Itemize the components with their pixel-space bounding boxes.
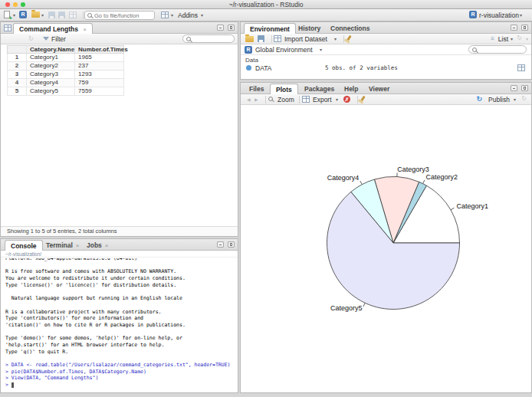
zoom-button[interactable]: Zoom <box>277 96 294 103</box>
import-dataset-button[interactable]: Import Dataset <box>284 35 327 43</box>
tab-label: Connections <box>330 25 369 32</box>
remove-plot-icon[interactable]: ✗ <box>343 96 350 103</box>
table-row[interactable]: 1 Category1 1965 <box>7 54 124 62</box>
minimize-pane-icon[interactable] <box>217 241 224 248</box>
row-number: 2 <box>8 62 27 70</box>
table-row[interactable]: 5 Category5 7559 <box>7 87 124 96</box>
plots-pane: Files Plots Packages Help Viewer ◀ ▶ Zoo… <box>240 82 532 393</box>
table-row[interactable]: 3 Category3 1293 <box>7 71 124 79</box>
caret-down-icon[interactable]: ▾ <box>334 36 337 41</box>
clear-plots-icon[interactable] <box>360 96 365 101</box>
cell-number-of-times: 759 <box>75 79 123 87</box>
table-search-box[interactable] <box>182 34 235 43</box>
clear-objects-icon[interactable] <box>346 35 351 41</box>
tab-packages[interactable]: Packages <box>299 84 340 94</box>
console-output[interactable]: Platform: x86_64-apple-darwin15.6.0 (64-… <box>5 258 236 389</box>
minimize-pane-icon[interactable] <box>217 25 224 31</box>
minimize-pane-icon[interactable] <box>511 25 517 31</box>
forward-icon[interactable]: ▶ <box>255 97 258 102</box>
publish-button[interactable]: Publish <box>488 96 510 103</box>
pane-layout-icon[interactable] <box>161 11 169 18</box>
addins-menu[interactable]: Addins <box>178 11 198 19</box>
tab-label: Console <box>11 242 37 250</box>
refresh-icon[interactable]: ↻ <box>517 34 522 41</box>
close-icon[interactable]: × <box>105 242 109 249</box>
caret-down-icon[interactable]: ▾ <box>511 36 513 41</box>
column-header-category-name[interactable]: Category.Name↕ <box>27 46 75 53</box>
caret-down-icon[interactable]: ▾ <box>201 12 203 18</box>
column-header-number-of-times[interactable]: Number.of.Times↕ <box>75 46 123 53</box>
import-dataset-icon <box>274 35 281 42</box>
caret-down-icon[interactable]: ▾ <box>320 47 322 52</box>
filter-button[interactable]: Filter <box>51 35 66 43</box>
plot-area: Category1Category2Category3Category4Cate… <box>241 105 531 392</box>
tab-jobs[interactable]: Jobs× <box>81 240 114 251</box>
list-view-button[interactable]: List <box>498 35 508 43</box>
filter-icon[interactable] <box>43 37 49 41</box>
goto-file-box[interactable] <box>84 11 155 20</box>
open-file-icon[interactable] <box>31 11 40 18</box>
close-icon[interactable]: × <box>76 242 80 249</box>
load-workspace-icon[interactable] <box>245 36 254 42</box>
caret-down-icon[interactable]: ▾ <box>13 12 15 18</box>
environment-object-row[interactable]: DATA 5 obs. of 2 variables <box>241 64 531 73</box>
scope-selector[interactable]: Global Environment <box>255 46 313 54</box>
caret-down-icon[interactable]: ▾ <box>520 12 522 18</box>
refresh-plot-icon[interactable]: ↻ <box>521 95 527 102</box>
maximize-pane-icon[interactable] <box>228 25 235 31</box>
minimize-pane-icon[interactable] <box>511 85 517 91</box>
tab-terminal[interactable]: Terminal× <box>41 240 84 251</box>
console-line <box>5 288 236 295</box>
working-directory[interactable]: ~/r-visualization/ <box>1 251 238 258</box>
tab-plots[interactable]: Plots <box>270 84 298 94</box>
table-row[interactable]: 4 Category4 759 <box>7 79 124 87</box>
new-project-icon[interactable]: R <box>19 11 27 18</box>
console-prompt-line[interactable]: > <box>5 382 236 389</box>
save-icon[interactable] <box>48 11 55 18</box>
tab-help[interactable]: Help <box>339 84 363 94</box>
maximize-pane-icon[interactable] <box>228 241 235 248</box>
table-row[interactable]: 2 Category2 237 <box>7 62 124 71</box>
pie-chart: Category1Category2Category3Category4Cate… <box>241 105 531 393</box>
caret-down-icon[interactable]: ▾ <box>336 97 338 102</box>
view-data-icon[interactable] <box>517 64 525 71</box>
r-environment-icon: R <box>245 46 252 54</box>
export-button[interactable]: Export <box>313 96 332 103</box>
tab-label: Viewer <box>369 85 389 93</box>
pane-buttons <box>509 85 528 93</box>
pie-label-tick <box>423 180 425 184</box>
maximize-pane-icon[interactable] <box>521 25 528 31</box>
new-file-icon[interactable] <box>4 11 10 18</box>
tab-command-lengths[interactable]: Command Lengths × <box>13 23 93 34</box>
console-tabbar: Console Terminal× Jobs× <box>1 239 238 251</box>
caret-down-icon[interactable]: ▾ <box>526 36 528 41</box>
caret-down-icon[interactable]: ▾ <box>171 12 173 18</box>
tab-console[interactable]: Console <box>5 240 43 251</box>
console-line: 'help.start()' for an HTML browser inter… <box>5 342 236 349</box>
print-icon[interactable] <box>69 11 77 18</box>
save-workspace-icon[interactable] <box>258 35 264 42</box>
maximize-pane-icon[interactable] <box>521 85 528 91</box>
object-summary: 5 obs. of 2 variables <box>325 64 398 71</box>
back-icon[interactable]: ◀ <box>247 97 251 102</box>
save-all-icon[interactable] <box>58 11 65 18</box>
toolbar-separator <box>271 35 272 43</box>
tab-connections[interactable]: Connections <box>325 23 375 34</box>
search-icon <box>87 13 92 18</box>
goto-file-input[interactable] <box>94 11 153 19</box>
zoom-icon <box>268 97 273 101</box>
pane-buttons <box>215 25 235 32</box>
tab-environment[interactable]: Environment <box>244 23 296 34</box>
caret-down-icon[interactable]: ▾ <box>41 12 44 18</box>
cell-category-name: Category1 <box>27 54 75 61</box>
tab-files[interactable]: Files <box>244 84 269 94</box>
caret-down-icon[interactable]: ▾ <box>514 97 516 102</box>
refresh-icon[interactable]: ↻ <box>28 35 34 42</box>
project-menu[interactable]: r-visualization <box>479 11 519 19</box>
console-line <box>5 262 236 269</box>
environment-search-box[interactable] <box>468 45 527 54</box>
close-icon[interactable]: × <box>83 26 87 33</box>
row-number-header[interactable] <box>8 46 27 53</box>
tab-history[interactable]: History <box>293 23 326 34</box>
tab-viewer[interactable]: Viewer <box>363 84 395 94</box>
